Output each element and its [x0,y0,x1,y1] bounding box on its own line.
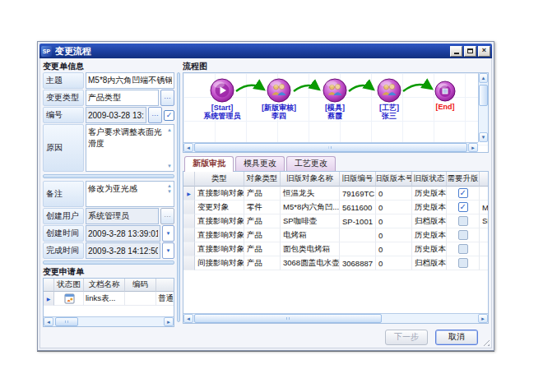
old-name-column[interactable]: 旧版对象名称 [281,172,340,187]
tab-new-version-approval[interactable]: 新版审批 [184,156,234,172]
scrollbar-thumb[interactable] [479,85,488,106]
number-input[interactable] [86,107,146,123]
scroll-right-icon[interactable]: ► [478,314,488,323]
old-version-cell: 0 [376,242,412,256]
scroll-down-icon[interactable]: ▼ [167,189,172,194]
subject-input[interactable] [86,72,174,89]
next-button[interactable]: 下一步 [385,330,428,345]
resize-grip[interactable] [480,337,490,346]
upgrade-checkbox[interactable] [458,244,468,254]
old-code-cell [340,228,376,242]
finish-time-dropdown-icon[interactable]: ▼ [162,242,174,259]
upgrade-checkbox[interactable] [458,188,468,198]
cancel-button[interactable]: 取消 [435,330,478,345]
remarks-textarea[interactable]: 修改为亚光感 [86,181,174,207]
horizontal-splitter[interactable] [43,174,174,178]
upgrade-column[interactable]: 需要升版 [447,172,480,187]
upgrade-checkbox[interactable] [458,202,468,212]
scroll-left-icon[interactable]: ◄ [183,314,193,323]
number-checkbox[interactable]: ✓ [164,110,174,121]
number-browse-button[interactable]: … [148,107,162,123]
scroll-right-icon[interactable]: ► [164,317,174,326]
request-table-header: 状态图 文档名称 编码 [44,279,174,292]
table-row[interactable]: ▶ 变更对象 零件 M5*8内六角凹... 5611600 0 历史版本 M5*… [183,201,489,214]
code-cell [125,292,156,306]
horizontal-splitter[interactable] [43,261,174,265]
old-code-cell: 79169TC [340,187,376,201]
people-node-icon [323,78,347,103]
approval-table-empty-area [183,270,488,313]
window-title: 变更流程 [55,45,447,58]
scroll-left-icon[interactable]: ◄ [44,317,53,326]
old-code-column[interactable]: 旧版编号 [340,172,376,187]
new-name-column[interactable]: 新版 [480,172,489,187]
flow-hscrollbar[interactable]: ◄ ► [183,142,478,152]
type-cell: 直接影响对象 [195,187,244,201]
minimize-button[interactable] [450,46,462,57]
maximize-button[interactable] [464,46,476,57]
finish-time-input[interactable] [86,242,160,259]
table-row[interactable]: ▶ 直接影响对象 产品 面包类电烤箱 0 历史版本 [183,242,489,256]
titlebar[interactable]: SP 变更流程 × [39,44,492,58]
old-version-cell: 0 [376,187,412,201]
doc-name-cell: links表... [84,292,125,306]
flow-panel: 流程图 [S [183,61,489,324]
request-list-header: 变更申请单 [43,266,174,278]
object-type-cell: 产品 [244,214,281,228]
table-row[interactable]: ▶ 直接影响对象 产品 电烤箱 0 历史版本 [183,228,489,242]
scrollbar-thumb[interactable] [55,317,78,326]
type-cell: 直接影响对象 [195,228,244,242]
old-name-cell: 恒温龙头 [281,187,340,201]
change-type-input[interactable] [86,90,159,106]
tab-mold-change[interactable]: 模具更改 [235,156,285,171]
upgrade-checkbox[interactable] [458,258,468,268]
old-version-column[interactable]: 旧版版本号 [376,172,412,187]
flow-vscrollbar[interactable]: ▲ ▼ [478,73,488,142]
scroll-up-icon[interactable]: ▲ [167,127,172,132]
change-type-browse-button[interactable]: … [160,90,174,106]
scrollbar-thumb[interactable] [194,314,382,323]
request-table-row[interactable]: ▶ links表... 普通 [44,292,174,306]
scroll-left-icon[interactable]: ◄ [183,143,193,152]
flow-node-end[interactable]: [End] [411,78,480,111]
new-name-cell [480,187,489,201]
type-column[interactable]: 类型 [195,172,244,187]
scroll-up-icon[interactable]: ▲ [479,73,488,83]
old-status-column[interactable]: 旧版状态 [412,172,447,187]
create-time-dropdown-icon[interactable]: ▼ [162,225,174,242]
create-user-browse-button[interactable]: … [160,208,174,224]
vertical-splitter[interactable] [177,72,180,322]
tab-craft-change[interactable]: 工艺更改 [286,156,336,171]
table-row[interactable]: ▶ 直接影响对象 产品 恒温龙头 79169TC 0 历史版本 [183,187,489,201]
approval-table-hscrollbar[interactable]: ◄ ► [183,313,488,323]
old-status-cell: 归档版本 [412,214,447,228]
scroll-right-icon[interactable]: ► [468,143,478,152]
reason-textarea[interactable]: 客户要求调整表面光滑度 [86,124,174,172]
selector-column-header [44,279,54,292]
change-type-label: 变更类型 [43,90,84,106]
code-column[interactable]: 编码 [125,279,156,292]
scroll-up-icon[interactable]: ▲ [167,183,172,188]
approval-table: 类型 对象类型 旧版对象名称 旧版编号 旧版版本号 旧版状态 需要升版 新版 ▶ [183,171,489,324]
old-name-cell: M5*8内六角凹... [281,201,340,214]
request-table-hscrollbar[interactable]: ◄ ► [44,316,174,326]
close-button[interactable]: × [478,46,490,57]
scroll-down-icon[interactable]: ▼ [167,164,172,168]
create-user-input[interactable] [86,208,159,224]
field-subject: 主题 [43,72,174,89]
old-version-cell: 0 [376,201,412,214]
create-time-input[interactable] [86,225,160,242]
table-row[interactable]: ▶ 间接影响对象 产品 3068圆盖电水壶 3068887 0 归档版本 [183,256,489,270]
table-row[interactable]: ▶ 直接影响对象 产品 SP咖啡壶 SP-1001 0 归档版本 SP咖 [183,214,489,228]
object-type-column[interactable]: 对象类型 [244,172,281,187]
scrollbar-thumb[interactable] [194,143,467,152]
type-cell: 间接影响对象 [195,256,244,270]
status-image-column[interactable]: 状态图 [54,279,84,292]
new-name-cell [480,242,489,256]
upgrade-checkbox[interactable] [458,216,468,226]
old-version-cell: 0 [376,214,412,228]
scroll-down-icon[interactable]: ▼ [479,132,488,142]
doc-name-column[interactable]: 文档名称 [84,279,125,292]
upgrade-checkbox[interactable] [458,230,468,240]
old-name-cell: 面包类电烤箱 [281,242,340,256]
